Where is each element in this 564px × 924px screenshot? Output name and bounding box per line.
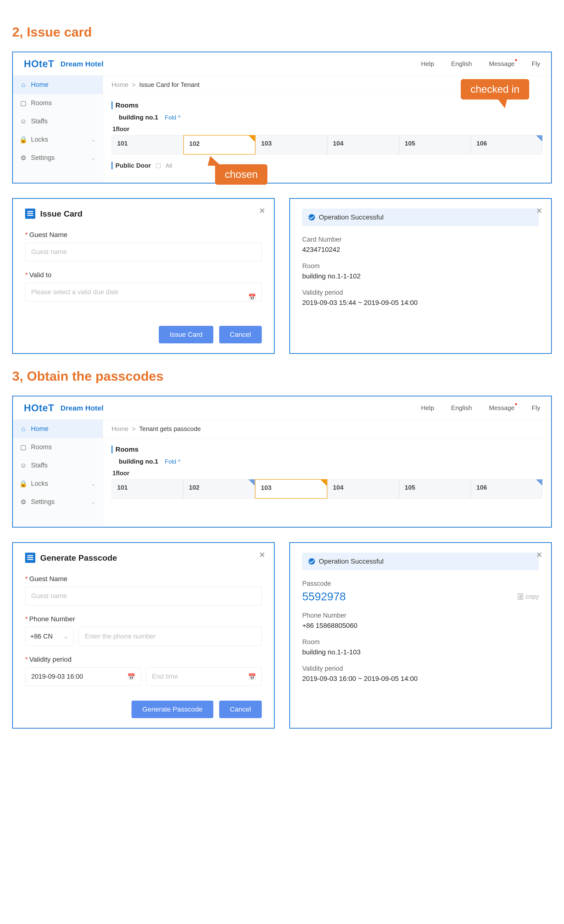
sidebar-item-rooms[interactable]: ▢ Rooms: [13, 438, 103, 456]
phone-number-input[interactable]: [79, 627, 262, 646]
room-cell-104[interactable]: 104: [327, 479, 399, 499]
issue-card-button[interactable]: Issue Card: [159, 326, 213, 344]
logo: HOteT: [24, 58, 54, 69]
building-name: building no.1: [119, 458, 158, 465]
sidebar-item-label: Rooms: [31, 443, 52, 451]
chevron-down-icon: ⌄: [63, 633, 69, 640]
rooms-icon: ▢: [20, 444, 27, 450]
cancel-button[interactable]: Cancel: [219, 326, 262, 344]
phone-number-label: Phone Number: [29, 615, 75, 623]
sidebar-item-locks[interactable]: 🔒 Locks ⌄: [13, 130, 103, 148]
fold-toggle[interactable]: Fold ^: [165, 114, 181, 121]
room-cell-104[interactable]: 104: [327, 135, 399, 154]
sidebar-item-label: Settings: [31, 498, 55, 506]
app-frame-issue-card: HOteT Dream Hotel Help English Message F…: [12, 52, 552, 183]
room-label: Room: [302, 262, 539, 270]
sidebar: ⌂ Home ▢ Rooms ☺ Staffs 🔒 Locks ⌄ ⚙ Sett…: [13, 76, 103, 183]
sidebar-item-home[interactable]: ⌂ Home: [13, 420, 103, 438]
end-time-input[interactable]: [146, 667, 262, 686]
close-icon[interactable]: ✕: [259, 206, 265, 215]
section-2-title: 2, Issue card: [12, 24, 552, 39]
settings-icon: ⚙: [20, 155, 27, 161]
nav-user[interactable]: Fly: [532, 60, 540, 68]
room-cell-105[interactable]: 105: [399, 479, 471, 499]
locks-icon: 🔒: [20, 481, 27, 487]
nav-help[interactable]: Help: [421, 60, 434, 68]
nav-user[interactable]: Fly: [532, 404, 540, 412]
all-checkbox[interactable]: [156, 163, 161, 168]
rooms-icon: ▢: [20, 100, 27, 106]
nav-help[interactable]: Help: [421, 404, 434, 412]
valid-to-label: Valid to: [29, 271, 51, 279]
topbar: HOteT Dream Hotel Help English Message F…: [13, 52, 551, 76]
room-cell-106[interactable]: 106: [471, 479, 543, 499]
nav-message[interactable]: Message: [489, 404, 515, 412]
close-icon[interactable]: ✕: [536, 550, 543, 560]
brand-name: Dream Hotel: [60, 404, 104, 412]
room-cell-102[interactable]: 102: [183, 135, 256, 154]
valid-to-input[interactable]: [25, 283, 262, 302]
rooms-header: Rooms: [111, 102, 543, 109]
fold-toggle[interactable]: Fold ^: [165, 458, 181, 465]
sidebar-item-label: Home: [31, 81, 48, 88]
sidebar-item-staffs[interactable]: ☺ Staffs: [13, 112, 103, 130]
crumb-home[interactable]: Home: [111, 81, 128, 88]
chevron-down-icon: ⌄: [91, 499, 95, 505]
staffs-icon: ☺: [20, 118, 27, 124]
guest-name-input[interactable]: [25, 243, 262, 261]
guest-name-input[interactable]: [25, 587, 262, 606]
phone-value: +86 15868805060: [302, 622, 539, 630]
room-cell-105[interactable]: 105: [399, 135, 471, 154]
validity-value: 2019-09-03 15:44 ~ 2019-09-05 14:00: [302, 299, 539, 307]
room-cell-101[interactable]: 101: [111, 135, 183, 154]
crumb-home[interactable]: Home: [111, 425, 128, 432]
nav-language[interactable]: English: [451, 404, 472, 412]
room-cell-102[interactable]: 102: [183, 479, 255, 499]
chevron-down-icon: ⌄: [91, 137, 95, 142]
sidebar-item-settings[interactable]: ⚙ Settings ⌄: [13, 148, 103, 167]
close-icon[interactable]: ✕: [259, 550, 265, 560]
staffs-icon: ☺: [20, 462, 27, 469]
sidebar-item-settings[interactable]: ⚙ Settings ⌄: [13, 493, 103, 511]
sidebar-item-locks[interactable]: 🔒 Locks ⌄: [13, 474, 103, 493]
breadcrumb: Home > Tenant gets passcode: [103, 420, 551, 438]
chevron-down-icon: ⌄: [91, 155, 95, 161]
room-cell-103[interactable]: 103: [255, 479, 327, 499]
room-label: Room: [302, 638, 539, 646]
validity-period-label: Validity period: [29, 656, 72, 663]
sidebar-item-rooms[interactable]: ▢ Rooms: [13, 94, 103, 112]
nav-language[interactable]: English: [451, 60, 472, 68]
copy-icon: [518, 593, 523, 600]
crumb-current: Tenant gets passcode: [139, 425, 201, 432]
guest-name-label: Guest Name: [29, 575, 68, 583]
check-icon: [308, 214, 315, 220]
public-door-label: Public Door: [111, 162, 151, 170]
start-time-input[interactable]: [25, 667, 141, 686]
brand-name: Dream Hotel: [60, 60, 104, 68]
sidebar-item-label: Locks: [31, 136, 48, 143]
nav-message[interactable]: Message: [489, 60, 515, 68]
cancel-button[interactable]: Cancel: [219, 700, 262, 718]
floor-label: 1floor: [111, 470, 543, 477]
room-value: building no.1-1-103: [302, 648, 539, 656]
generate-passcode-button[interactable]: Generate Passcode: [131, 700, 213, 718]
country-code-select[interactable]: +86 CN ⌄: [25, 627, 74, 646]
building-name: building no.1: [119, 114, 158, 121]
logo: HOteT: [24, 402, 54, 414]
sidebar-item-staffs[interactable]: ☺ Staffs: [13, 456, 103, 474]
settings-icon: ⚙: [20, 499, 27, 505]
close-icon[interactable]: ✕: [536, 206, 543, 215]
form-icon: [25, 553, 35, 563]
room-grid: 101 102 103 104 105 106: [111, 479, 543, 499]
passcode-value: 5592978: [302, 590, 346, 603]
room-cell-103[interactable]: 103: [256, 135, 327, 154]
room-cell-101[interactable]: 101: [111, 479, 183, 499]
crumb-current: Issue Card for Tenant: [139, 81, 200, 88]
card-number-value: 4234710242: [302, 246, 539, 254]
room-cell-106[interactable]: 106: [471, 135, 543, 154]
sidebar-item-label: Rooms: [31, 99, 52, 107]
room-grid: 101 102 103 104 105 106: [111, 135, 543, 154]
sidebar-item-home[interactable]: ⌂ Home: [13, 76, 103, 94]
copy-button[interactable]: copy: [518, 593, 539, 600]
passcode-label: Passcode: [302, 580, 539, 588]
